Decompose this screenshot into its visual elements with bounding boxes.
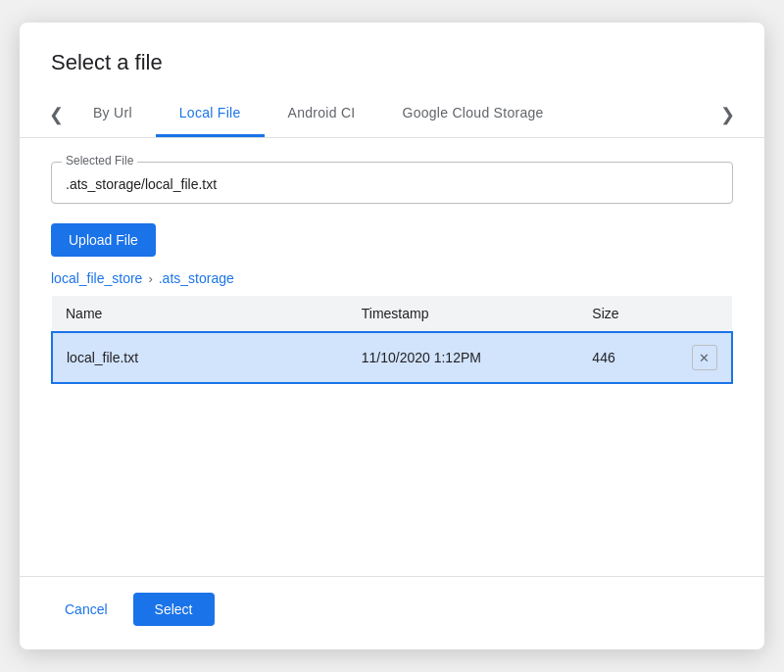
table-row[interactable]: local_file.txt 11/10/2020 1:12PM 446 ✕ xyxy=(52,332,732,383)
dialog-title: Select a file xyxy=(20,23,764,91)
col-header-size: Size xyxy=(578,296,678,332)
tab-google-cloud-storage[interactable]: Google Cloud Storage xyxy=(378,91,566,137)
select-button[interactable]: Select xyxy=(133,593,215,626)
tabs-next-arrow[interactable]: ❯ xyxy=(714,100,741,129)
cancel-button[interactable]: Cancel xyxy=(51,594,122,625)
cell-action: ✕ xyxy=(678,332,732,383)
col-header-action xyxy=(678,296,732,332)
breadcrumb: local_file_store › .ats_storage xyxy=(51,270,733,286)
table-header: Name Timestamp Size xyxy=(52,296,732,332)
selected-file-value: .ats_storage/local_file.txt xyxy=(66,176,217,192)
tabs-container: ❮ By Url Local File Android CI Google Cl… xyxy=(20,91,764,138)
dialog-body: Selected File .ats_storage/local_file.tx… xyxy=(20,138,764,576)
tab-local-file[interactable]: Local File xyxy=(156,91,265,137)
col-header-name: Name xyxy=(52,296,348,332)
delete-icon: ✕ xyxy=(699,351,710,365)
breadcrumb-separator: › xyxy=(148,271,152,286)
tab-by-url[interactable]: By Url xyxy=(70,91,156,137)
selected-file-label: Selected File xyxy=(62,154,137,168)
file-table: Name Timestamp Size local_file.txt 11/10… xyxy=(51,296,733,384)
breadcrumb-root-link[interactable]: local_file_store xyxy=(51,270,142,286)
table-body: local_file.txt 11/10/2020 1:12PM 446 ✕ xyxy=(52,332,732,383)
dialog-footer: Cancel Select xyxy=(20,576,764,649)
delete-row-button[interactable]: ✕ xyxy=(692,345,717,370)
tab-android-ci[interactable]: Android CI xyxy=(265,91,379,137)
breadcrumb-current[interactable]: .ats_storage xyxy=(159,270,234,286)
select-file-dialog: Select a file ❮ By Url Local File Androi… xyxy=(20,23,764,649)
col-header-timestamp: Timestamp xyxy=(348,296,579,332)
cell-timestamp: 11/10/2020 1:12PM xyxy=(348,332,579,383)
tabs-prev-arrow[interactable]: ❮ xyxy=(43,100,70,129)
upload-file-button[interactable]: Upload File xyxy=(51,223,156,257)
selected-file-field: Selected File .ats_storage/local_file.tx… xyxy=(51,162,733,204)
cell-size: 446 xyxy=(578,332,678,383)
cell-name: local_file.txt xyxy=(52,332,348,383)
tabs-list: By Url Local File Android CI Google Clou… xyxy=(70,91,714,137)
